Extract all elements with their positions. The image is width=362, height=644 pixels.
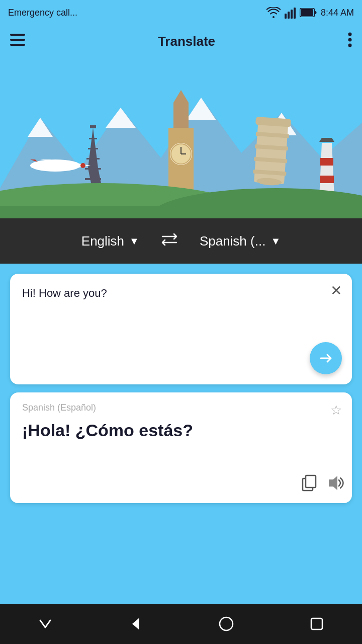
more-vert-icon[interactable] <box>348 32 352 50</box>
svg-marker-57 <box>329 477 337 489</box>
lang-selector-bar: English ▼ Spanish (... ▼ <box>0 218 362 264</box>
source-lang-button[interactable]: English ▼ <box>71 228 149 254</box>
battery-icon <box>300 8 317 17</box>
target-lang-dropdown-icon: ▼ <box>270 235 281 247</box>
clear-button[interactable]: ✕ <box>330 284 342 298</box>
speak-button[interactable] <box>327 475 344 494</box>
translated-text: ¡Hola! ¿Cómo estás? <box>22 419 340 441</box>
svg-rect-7 <box>10 39 25 41</box>
svg-rect-20 <box>89 138 97 139</box>
svg-marker-58 <box>132 618 139 630</box>
status-bar: Emergency call... 8:44 AM <box>0 0 362 25</box>
svg-rect-22 <box>86 158 100 159</box>
svg-rect-60 <box>311 618 322 629</box>
svg-rect-56 <box>306 475 316 488</box>
svg-point-10 <box>348 38 352 42</box>
target-lang-text: Spanish (... <box>200 233 266 249</box>
status-bar-icons: 8:44 AM <box>266 7 354 19</box>
target-lang-button[interactable]: Spanish (... ▼ <box>190 228 291 254</box>
svg-point-59 <box>220 617 233 630</box>
svg-rect-5 <box>301 9 313 16</box>
svg-rect-21 <box>88 148 98 149</box>
page-title: Translate <box>35 34 338 49</box>
svg-rect-3 <box>294 8 296 19</box>
svg-rect-2 <box>291 10 293 19</box>
copy-button[interactable] <box>302 474 317 495</box>
svg-marker-43 <box>319 138 334 142</box>
time-text: 8:44 AM <box>321 8 354 18</box>
svg-rect-44 <box>320 158 333 166</box>
svg-point-11 <box>348 44 352 47</box>
source-lang-dropdown-icon: ▼ <box>129 235 139 247</box>
svg-rect-6 <box>10 34 25 36</box>
app-bar: Translate <box>0 25 362 57</box>
nav-bar <box>0 604 362 644</box>
volume-up-icon <box>327 475 344 491</box>
star-button[interactable]: ☆ <box>330 403 342 418</box>
output-actions <box>302 474 344 495</box>
output-card: Spanish (Español) ¡Hola! ¿Cómo estás? ☆ <box>10 392 352 503</box>
nav-back-button[interactable] <box>116 609 156 639</box>
svg-rect-24 <box>85 178 101 180</box>
menu-icon[interactable] <box>10 34 25 49</box>
square-icon <box>310 617 323 630</box>
chevron-down-icon <box>38 618 52 629</box>
output-lang-label: Spanish (Español) <box>22 403 340 413</box>
swap-horiz-icon <box>159 232 179 247</box>
wifi-icon <box>266 7 281 18</box>
svg-rect-31 <box>173 103 189 128</box>
svg-rect-19 <box>90 125 96 128</box>
signal-icon <box>285 7 296 19</box>
emergency-call-text: Emergency call... <box>8 8 77 18</box>
svg-marker-41 <box>319 143 334 198</box>
svg-rect-23 <box>85 168 101 170</box>
nav-down-button[interactable] <box>25 609 65 639</box>
swap-languages-button[interactable] <box>149 232 190 250</box>
triangle-left-icon <box>130 616 141 631</box>
input-text[interactable]: Hi! How are you? <box>22 287 107 299</box>
svg-rect-8 <box>10 44 25 46</box>
source-lang-text: English <box>81 233 124 249</box>
illustration-svg <box>0 57 362 218</box>
svg-point-51 <box>80 163 85 168</box>
copy-icon <box>302 474 317 492</box>
circle-icon <box>219 616 234 631</box>
translate-button[interactable] <box>310 342 342 374</box>
svg-point-9 <box>348 33 352 36</box>
input-card: Hi! How are you? ✕ <box>10 274 352 384</box>
svg-rect-0 <box>285 14 287 19</box>
svg-point-46 <box>30 159 80 172</box>
nav-home-button[interactable] <box>206 609 246 639</box>
main-content: Hi! How are you? ✕ Spanish (Español) ¡Ho… <box>0 264 362 513</box>
svg-rect-54 <box>0 206 362 218</box>
svg-rect-45 <box>320 176 334 183</box>
nav-recent-button[interactable] <box>297 609 337 639</box>
arrow-forward-icon <box>318 351 333 366</box>
svg-rect-1 <box>288 12 290 19</box>
hero-illustration <box>0 57 362 218</box>
